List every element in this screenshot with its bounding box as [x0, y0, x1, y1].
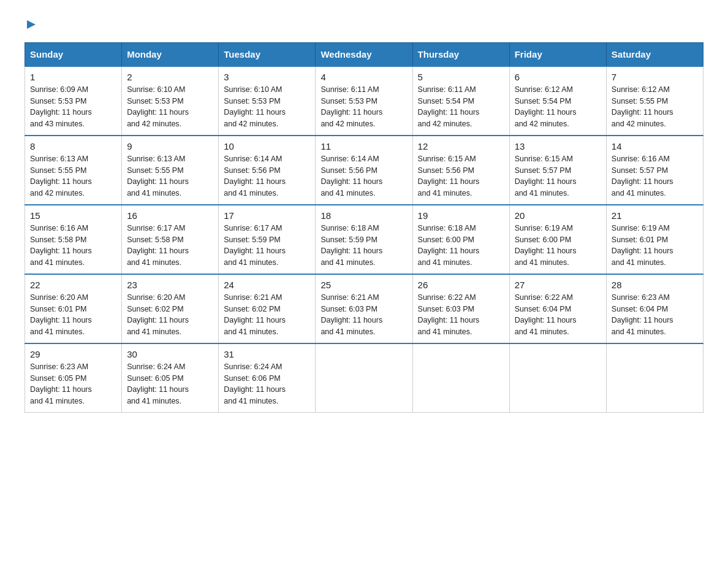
table-row: 9 Sunrise: 6:13 AMSunset: 5:55 PMDayligh…: [122, 136, 219, 205]
day-info: Sunrise: 6:20 AMSunset: 6:01 PMDaylight:…: [30, 292, 116, 338]
table-row: 23 Sunrise: 6:20 AMSunset: 6:02 PMDaylig…: [122, 274, 219, 343]
day-number: 4: [320, 72, 407, 82]
day-info: Sunrise: 6:21 AMSunset: 6:02 PMDaylight:…: [224, 292, 310, 338]
day-number: 11: [320, 141, 407, 151]
table-row: 10 Sunrise: 6:14 AMSunset: 5:56 PMDaylig…: [219, 136, 316, 205]
day-number: 3: [224, 72, 310, 82]
day-number: 12: [418, 141, 504, 151]
table-row: 14 Sunrise: 6:16 AMSunset: 5:57 PMDaylig…: [606, 136, 703, 205]
table-row: 1 Sunrise: 6:09 AMSunset: 5:53 PMDayligh…: [25, 66, 122, 136]
header-saturday: Saturday: [606, 42, 703, 66]
day-number: 15: [30, 210, 116, 221]
day-number: 22: [30, 280, 116, 290]
day-info: Sunrise: 6:16 AMSunset: 5:58 PMDaylight:…: [30, 223, 116, 269]
day-info: Sunrise: 6:24 AMSunset: 6:06 PMDaylight:…: [224, 361, 310, 407]
day-info: Sunrise: 6:18 AMSunset: 6:00 PMDaylight:…: [418, 223, 504, 269]
table-row: 31 Sunrise: 6:24 AMSunset: 6:06 PMDaylig…: [219, 343, 316, 413]
calendar-week-row: 22 Sunrise: 6:20 AMSunset: 6:01 PMDaylig…: [25, 274, 703, 343]
day-info: Sunrise: 6:11 AMSunset: 5:54 PMDaylight:…: [418, 84, 504, 130]
table-row: 24 Sunrise: 6:21 AMSunset: 6:02 PMDaylig…: [219, 274, 316, 343]
logo: [25, 18, 37, 30]
table-row: 18 Sunrise: 6:18 AMSunset: 5:59 PMDaylig…: [316, 205, 412, 274]
calendar-table: Sunday Monday Tuesday Wednesday Thursday…: [25, 42, 703, 413]
day-info: Sunrise: 6:15 AMSunset: 5:57 PMDaylight:…: [515, 153, 601, 199]
table-row: [606, 343, 703, 413]
day-number: 2: [127, 72, 213, 82]
svg-marker-0: [27, 20, 36, 29]
page-header: [25, 18, 703, 30]
table-row: 29 Sunrise: 6:23 AMSunset: 6:05 PMDaylig…: [25, 343, 122, 413]
day-info: Sunrise: 6:14 AMSunset: 5:56 PMDaylight:…: [320, 153, 407, 199]
header-tuesday: Tuesday: [219, 42, 316, 66]
calendar-week-row: 8 Sunrise: 6:13 AMSunset: 5:55 PMDayligh…: [25, 136, 703, 205]
day-info: Sunrise: 6:18 AMSunset: 5:59 PMDaylight:…: [320, 223, 407, 269]
day-info: Sunrise: 6:12 AMSunset: 5:55 PMDaylight:…: [612, 84, 698, 130]
day-number: 19: [418, 210, 504, 221]
day-number: 5: [418, 72, 504, 82]
table-row: [509, 343, 606, 413]
table-row: 7 Sunrise: 6:12 AMSunset: 5:55 PMDayligh…: [606, 66, 703, 136]
table-row: 6 Sunrise: 6:12 AMSunset: 5:54 PMDayligh…: [509, 66, 606, 136]
table-row: 15 Sunrise: 6:16 AMSunset: 5:58 PMDaylig…: [25, 205, 122, 274]
day-number: 17: [224, 210, 310, 221]
day-number: 25: [320, 280, 407, 290]
header-sunday: Sunday: [25, 42, 122, 66]
table-row: [412, 343, 509, 413]
table-row: 12 Sunrise: 6:15 AMSunset: 5:56 PMDaylig…: [412, 136, 509, 205]
day-info: Sunrise: 6:16 AMSunset: 5:57 PMDaylight:…: [612, 153, 698, 199]
day-info: Sunrise: 6:22 AMSunset: 6:04 PMDaylight:…: [515, 292, 601, 338]
table-row: 19 Sunrise: 6:18 AMSunset: 6:00 PMDaylig…: [412, 205, 509, 274]
day-number: 16: [127, 210, 213, 221]
day-info: Sunrise: 6:23 AMSunset: 6:05 PMDaylight:…: [30, 361, 116, 407]
day-info: Sunrise: 6:24 AMSunset: 6:05 PMDaylight:…: [127, 361, 213, 407]
day-info: Sunrise: 6:19 AMSunset: 6:01 PMDaylight:…: [612, 223, 698, 269]
table-row: 26 Sunrise: 6:22 AMSunset: 6:03 PMDaylig…: [412, 274, 509, 343]
table-row: 5 Sunrise: 6:11 AMSunset: 5:54 PMDayligh…: [412, 66, 509, 136]
table-row: 25 Sunrise: 6:21 AMSunset: 6:03 PMDaylig…: [316, 274, 412, 343]
day-info: Sunrise: 6:10 AMSunset: 5:53 PMDaylight:…: [127, 84, 213, 130]
table-row: 3 Sunrise: 6:10 AMSunset: 5:53 PMDayligh…: [219, 66, 316, 136]
day-number: 27: [515, 280, 601, 290]
table-row: 30 Sunrise: 6:24 AMSunset: 6:05 PMDaylig…: [122, 343, 219, 413]
table-row: 13 Sunrise: 6:15 AMSunset: 5:57 PMDaylig…: [509, 136, 606, 205]
day-info: Sunrise: 6:20 AMSunset: 6:02 PMDaylight:…: [127, 292, 213, 338]
day-number: 14: [612, 141, 698, 151]
day-info: Sunrise: 6:09 AMSunset: 5:53 PMDaylight:…: [30, 84, 116, 130]
calendar-header-row: Sunday Monday Tuesday Wednesday Thursday…: [25, 42, 703, 66]
table-row: 16 Sunrise: 6:17 AMSunset: 5:58 PMDaylig…: [122, 205, 219, 274]
day-info: Sunrise: 6:13 AMSunset: 5:55 PMDaylight:…: [30, 153, 116, 199]
day-info: Sunrise: 6:17 AMSunset: 5:58 PMDaylight:…: [127, 223, 213, 269]
calendar-week-row: 15 Sunrise: 6:16 AMSunset: 5:58 PMDaylig…: [25, 205, 703, 274]
day-number: 20: [515, 210, 601, 221]
day-info: Sunrise: 6:17 AMSunset: 5:59 PMDaylight:…: [224, 223, 310, 269]
day-number: 30: [127, 349, 213, 359]
table-row: 17 Sunrise: 6:17 AMSunset: 5:59 PMDaylig…: [219, 205, 316, 274]
table-row: 21 Sunrise: 6:19 AMSunset: 6:01 PMDaylig…: [606, 205, 703, 274]
day-info: Sunrise: 6:11 AMSunset: 5:53 PMDaylight:…: [320, 84, 407, 130]
day-number: 24: [224, 280, 310, 290]
day-number: 28: [612, 280, 698, 290]
table-row: 28 Sunrise: 6:23 AMSunset: 6:04 PMDaylig…: [606, 274, 703, 343]
header-friday: Friday: [509, 42, 606, 66]
day-number: 31: [224, 349, 310, 359]
day-info: Sunrise: 6:22 AMSunset: 6:03 PMDaylight:…: [418, 292, 504, 338]
calendar-week-row: 1 Sunrise: 6:09 AMSunset: 5:53 PMDayligh…: [25, 66, 703, 136]
day-info: Sunrise: 6:21 AMSunset: 6:03 PMDaylight:…: [320, 292, 407, 338]
day-number: 10: [224, 141, 310, 151]
day-info: Sunrise: 6:13 AMSunset: 5:55 PMDaylight:…: [127, 153, 213, 199]
calendar-week-row: 29 Sunrise: 6:23 AMSunset: 6:05 PMDaylig…: [25, 343, 703, 413]
day-number: 8: [30, 141, 116, 151]
table-row: 20 Sunrise: 6:19 AMSunset: 6:00 PMDaylig…: [509, 205, 606, 274]
table-row: 8 Sunrise: 6:13 AMSunset: 5:55 PMDayligh…: [25, 136, 122, 205]
day-number: 29: [30, 349, 116, 359]
table-row: 11 Sunrise: 6:14 AMSunset: 5:56 PMDaylig…: [316, 136, 412, 205]
day-number: 6: [515, 72, 601, 82]
day-number: 13: [515, 141, 601, 151]
header-wednesday: Wednesday: [316, 42, 412, 66]
logo-arrow-icon: [26, 18, 37, 30]
day-number: 7: [612, 72, 698, 82]
day-number: 26: [418, 280, 504, 290]
day-number: 1: [30, 72, 116, 82]
header-monday: Monday: [122, 42, 219, 66]
day-number: 9: [127, 141, 213, 151]
